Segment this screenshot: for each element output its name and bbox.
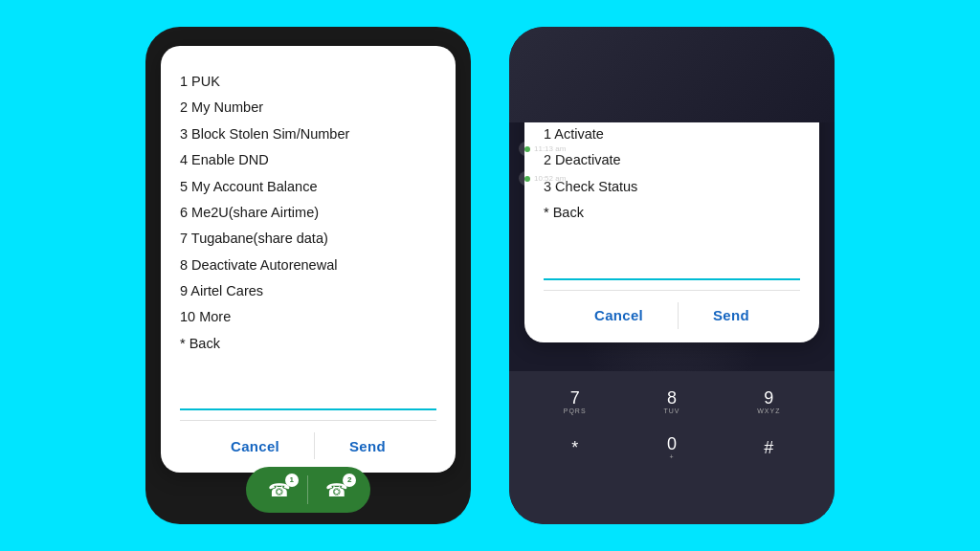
- left-divider: [314, 432, 315, 459]
- keypad-area: 7PQRS8TUV9WXYZ*0+#: [509, 371, 835, 524]
- right-send-button[interactable]: Send: [698, 303, 765, 327]
- right-menu-item-0: 1 Activate: [544, 121, 800, 147]
- right-menu-item-2: 3 Check Status: [544, 174, 800, 200]
- right-menu-item-1: 2 Deactivate: [544, 147, 800, 173]
- right-ussd-input[interactable]: [544, 253, 800, 280]
- right-input-area: [544, 246, 800, 290]
- time-dot-2: [524, 176, 530, 182]
- time-label-1: 11:13 am: [534, 144, 566, 153]
- left-menu-list: 1 PUK2 My Number3 Block Stolen Sim/Numbe…: [180, 69, 436, 357]
- right-divider: [678, 302, 679, 329]
- right-phone: 11:13 am 10:52 am 1 Activate2 Deactivate…: [509, 27, 835, 524]
- keypad-key-5[interactable]: #: [723, 427, 815, 469]
- keypad-key-0[interactable]: 7PQRS: [528, 381, 621, 423]
- right-side-bar: 11:13 am 10:52 am: [519, 142, 571, 186]
- time-chip-1: 11:13 am: [519, 142, 571, 156]
- right-menu-list: 1 Activate2 Deactivate3 Check Status* Ba…: [544, 121, 800, 227]
- right-cancel-button[interactable]: Cancel: [579, 303, 658, 327]
- left-menu-item-10: * Back: [180, 331, 436, 357]
- left-menu-item-4: 5 My Account Balance: [180, 174, 436, 200]
- left-menu-item-3: 4 Enable DND: [180, 147, 436, 173]
- left-menu-item-8: 9 Airtel Cares: [180, 278, 436, 304]
- left-menu-item-1: 2 My Number: [180, 95, 436, 121]
- time-chip-2: 10:52 am: [519, 171, 571, 186]
- call-icon-1[interactable]: ☎ 1: [268, 479, 291, 501]
- call-badge-1: 1: [285, 474, 299, 487]
- left-menu-item-2: 3 Block Stolen Sim/Number: [180, 121, 436, 147]
- right-phone-header-bg: [509, 27, 835, 122]
- keypad-key-2[interactable]: 9WXYZ: [723, 381, 815, 423]
- left-input-area: [180, 376, 436, 420]
- keypad-key-1[interactable]: 8TUV: [625, 381, 718, 423]
- left-menu-item-6: 7 Tugabane(share data): [180, 226, 436, 252]
- time-dot-1: [524, 146, 530, 152]
- keypad-key-4[interactable]: 0+: [625, 427, 718, 469]
- call-group: ☎ 1 ☎ 2: [246, 467, 370, 513]
- right-dialog: 1 Activate2 Deactivate3 Check Status* Ba…: [524, 99, 819, 342]
- left-menu-item-5: 6 Me2U(share Airtime): [180, 200, 436, 226]
- left-menu-item-0: 1 PUK: [180, 69, 436, 95]
- time-label-2: 10:52 am: [534, 174, 566, 183]
- left-phone: 1 PUK2 My Number3 Block Stolen Sim/Numbe…: [145, 27, 471, 524]
- left-menu-item-7: 8 Deactivate Autorenewal: [180, 253, 436, 278]
- left-phone-bottom: ☎ 1 ☎ 2: [246, 467, 370, 513]
- left-menu-item-9: 10 More: [180, 304, 436, 330]
- left-ussd-input[interactable]: [180, 384, 436, 410]
- call-group-separator: [307, 475, 308, 504]
- right-menu-item-3: * Back: [544, 200, 800, 226]
- right-phone-top-content: [509, 27, 835, 122]
- call-badge-2: 2: [343, 474, 356, 487]
- left-dialog: 1 PUK2 My Number3 Block Stolen Sim/Numbe…: [161, 46, 456, 473]
- left-dialog-actions: Cancel Send: [180, 420, 436, 473]
- left-send-button[interactable]: Send: [334, 434, 401, 458]
- keypad-key-3[interactable]: *: [528, 427, 621, 469]
- right-dialog-actions: Cancel Send: [544, 290, 800, 342]
- call-icon-2[interactable]: ☎ 2: [325, 479, 348, 501]
- left-cancel-button[interactable]: Cancel: [215, 434, 295, 458]
